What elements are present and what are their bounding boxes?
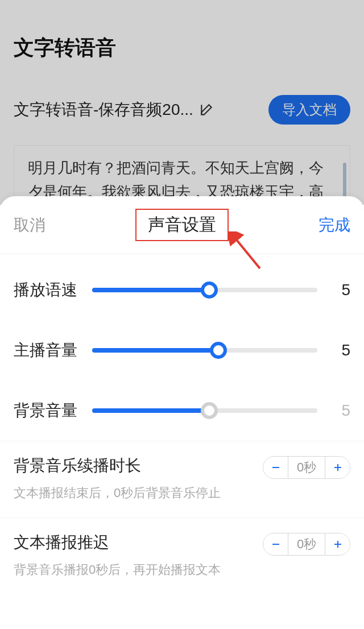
bg-continue-desc: 文本播报结束后，0秒后背景音乐停止 [14, 485, 254, 502]
cancel-button[interactable]: 取消 [14, 214, 46, 236]
playback-speed-slider[interactable] [92, 288, 317, 292]
text-delay-title: 文本播报推迟 [14, 532, 254, 553]
text-delay-desc: 背景音乐播报0秒后，再开始播报文本 [14, 561, 254, 578]
bg-continue-title: 背景音乐续播时长 [14, 455, 254, 477]
playback-speed-label: 播放语速 [14, 279, 82, 301]
sound-settings-sheet: 取消 声音设置 完成 播放语速 5 主播音量 [0, 196, 364, 629]
bg-volume-value: 5 [328, 402, 350, 420]
stepper-plus-button[interactable] [325, 533, 350, 555]
slider-fill [92, 408, 209, 413]
stepper-value: 0秒 [288, 536, 325, 553]
sheet-title-highlight: 声音设置 [135, 209, 229, 241]
slider-fill [92, 348, 218, 353]
voice-volume-label: 主播音量 [14, 340, 82, 361]
stepper-plus-button[interactable] [325, 457, 350, 478]
bg-volume-slider[interactable] [92, 408, 317, 413]
slider-thumb[interactable] [201, 282, 218, 299]
stepper-value: 0秒 [288, 459, 325, 476]
slider-thumb[interactable] [201, 402, 218, 419]
playback-speed-value: 5 [328, 281, 350, 299]
modal-overlay[interactable] [0, 0, 364, 205]
slider-thumb[interactable] [210, 342, 227, 359]
stepper-minus-button[interactable] [263, 457, 288, 478]
slider-fill [92, 288, 209, 292]
stepper-minus-button[interactable] [263, 533, 288, 555]
voice-volume-value: 5 [328, 341, 350, 359]
done-button[interactable]: 完成 [318, 214, 350, 236]
bg-continue-stepper: 0秒 [263, 456, 350, 479]
voice-volume-slider[interactable] [92, 348, 317, 353]
text-delay-stepper: 0秒 [263, 533, 350, 556]
bg-volume-label: 背景音量 [14, 400, 82, 421]
sheet-title: 声音设置 [148, 215, 216, 234]
